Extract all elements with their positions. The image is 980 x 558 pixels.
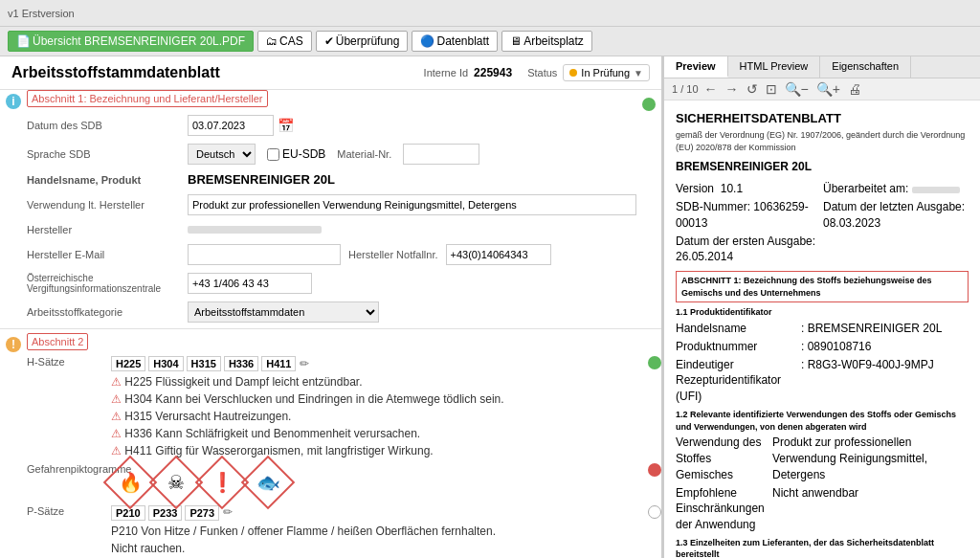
piktogramme-content: 🔥 ☠ ❗ 🐟 — [111, 463, 287, 502]
page-info: 1 / 10 — [672, 83, 699, 95]
piktogramme-row: Gefahrenpiktogramme 🔥 ☠ ❗ — [27, 463, 661, 502]
cas-icon: 🗂 — [266, 34, 278, 48]
cas-button[interactable]: 🗂 CAS — [257, 31, 312, 52]
section2-content: Abschnitt 2 H-Sätze H225 H304 H315 H336 — [27, 333, 661, 558]
h-code-4: H411 — [261, 356, 296, 371]
datum-label: Datum des SDB — [27, 118, 180, 133]
preview-verwendung-stoffs-value: Produkt zur professionellen Verwendung R… — [772, 435, 969, 482]
interne-id-field: Interne Id 225943 — [424, 66, 513, 79]
arbeitsstoff-label: Arbeitsstoffkategorie — [27, 304, 180, 320]
p-texts: P210 Von Hitze / Funken / offener Flamme… — [111, 523, 640, 558]
piktogramme-label: Gefahrenpiktogramme — [27, 463, 103, 475]
hersteller-notfall-label: Hersteller Notfallnr. — [348, 249, 438, 260]
h-text-3: ⚠ H336 Kann Schläfrigkeit und Benommenhe… — [111, 425, 640, 442]
vergiftung-value — [188, 271, 636, 296]
p-saetze-label: P-Sätze — [27, 505, 103, 517]
p-text-0: P210 Von Hitze / Funken / offener Flamme… — [111, 523, 640, 540]
section2-row: ! Abschnitt 2 H-Sätze H225 H304 — [0, 333, 661, 558]
verwendung-label: Verwendung lt. Hersteller — [27, 197, 180, 212]
preview-handelsname-label: Handelsname — [676, 321, 800, 337]
section1-title: Abschnitt 1: Bezeichnung und Lieferant/H… — [27, 90, 268, 107]
datum-value: 📅 — [188, 113, 636, 138]
preview-ufi-row: Eindeutiger Rezepturidentifikator (UFI) … — [676, 357, 969, 405]
blurred-date — [912, 187, 960, 193]
datenblatt-button[interactable]: 🔵 Datenblatt — [412, 31, 498, 52]
p-saetze-edit-button[interactable]: ✏ — [223, 505, 233, 519]
fit-button[interactable]: ⊡ — [764, 81, 779, 97]
form-header-right: Interne Id 225943 Status In Prüfung ▼ — [424, 64, 650, 81]
preview-meta: Version 10.1 Überarbeitet am: SDB-Nummer… — [676, 181, 969, 265]
section2-title: Abschnitt 2 — [27, 333, 88, 350]
preview-content: SICHERHEITSDATENBLATT gemäß der Verordnu… — [664, 100, 980, 558]
verwendung-value — [188, 192, 636, 217]
sprache-label: Sprache SDB — [27, 146, 180, 162]
version-label: v1 Erstversion — [8, 8, 75, 19]
preview-handelsname-row: Handelsname : BREMSENREINIGER 20L — [676, 321, 969, 337]
flame-icon: 🔥 — [119, 471, 143, 494]
overview-button[interactable]: 📄 Übersicht BREMSENREINIGER 20L.PDF — [8, 31, 254, 52]
section2-icon-wrapper: ! — [0, 333, 27, 356]
version-bar: v1 Erstversion — [0, 0, 980, 27]
section2-header: Abschnitt 2 — [27, 333, 661, 350]
status-text: In Prüfung — [581, 67, 630, 78]
tab-html-preview[interactable]: HTML Preview — [728, 56, 821, 78]
arbeitsstoff-select[interactable]: Arbeitsstoffstammdaten — [188, 301, 379, 323]
preview-handelsname-value: : BREMSENREINIGER 20L — [801, 321, 969, 337]
section1-status — [636, 90, 661, 115]
preview-version: Version 10.1 — [676, 181, 821, 197]
preview-produktnummer-label: Produktnummer — [676, 339, 800, 355]
preview-produktnummer-row: Produktnummer : 0890108716 — [676, 339, 969, 355]
info-icon: i — [6, 94, 21, 109]
hersteller-email-input[interactable] — [188, 244, 341, 265]
h-saetze-label: H-Sätze — [27, 356, 103, 368]
preview-verwendung-stoffs-label: Verwendung des Stoffes Gemisches — [676, 435, 771, 482]
status-dropdown-arrow: ▼ — [634, 68, 643, 78]
section1-grid: Datum des SDB 📅 Sprache SDB Deutsch — [27, 113, 636, 324]
h-texts: ⚠ H225 Flüssigkeit und Dampf leicht entz… — [111, 373, 640, 459]
prev-page-button[interactable]: ← — [702, 81, 720, 97]
hersteller-notfall-input[interactable] — [446, 244, 551, 265]
section1-row: i Abschnitt 1: Bezeichnung und Lieferant… — [0, 90, 661, 324]
print-button[interactable]: 🖨 — [846, 81, 863, 97]
p-saetze-status-circle — [648, 505, 661, 519]
status-badge[interactable]: In Prüfung ▼ — [563, 64, 650, 81]
eu-sdb-checkbox[interactable] — [267, 148, 279, 161]
h-saetze-edit-button[interactable]: ✏ — [300, 357, 309, 370]
vergiftung-input[interactable] — [188, 273, 312, 294]
tab-eigenschaften[interactable]: Eigenschaften — [820, 56, 911, 78]
piktogramme-status-circle — [648, 463, 661, 477]
pictogram-fish: 🐟 — [241, 456, 296, 510]
h-text-0: ⚠ H225 Flüssigkeit und Dampf leicht entz… — [111, 373, 640, 391]
tab-preview[interactable]: Preview — [664, 56, 728, 78]
skull-icon: ☠ — [167, 471, 185, 494]
verwendung-input[interactable] — [188, 194, 636, 215]
h-text-4: ⚠ H411 Giftig für Wasserorganismen, mit … — [111, 442, 640, 459]
zoom-out-button[interactable]: 🔍− — [783, 81, 811, 97]
calendar-icon: 📅 — [278, 118, 294, 133]
hersteller-label: Hersteller — [27, 222, 180, 237]
uberprufung-button[interactable]: ✔ Überprüfung — [316, 31, 409, 52]
preview-toolbar: 1 / 10 ← → ↺ ⊡ 🔍− 🔍+ 🖨 — [664, 78, 980, 100]
product-name: BREMSENREINIGER 20L — [188, 172, 335, 187]
next-page-button[interactable]: → — [724, 81, 741, 97]
preview-empfohlene-label: Empfohlene Einschränkungen der Anwendung — [676, 485, 771, 533]
datenblatt-icon: 🔵 — [420, 34, 434, 48]
refresh-button[interactable]: ↺ — [745, 81, 760, 97]
zoom-in-button[interactable]: 🔍+ — [814, 81, 842, 97]
preview-1-1-header: 1.1 Produktidentifikator — [676, 306, 969, 319]
preview-tabs: Preview HTML Preview Eigenschaften — [664, 56, 980, 78]
section1-content: Abschnitt 1: Bezeichnung und Lieferant/H… — [27, 90, 636, 324]
exclamation-icon: ❗ — [211, 471, 234, 494]
eu-sdb-label: EU-SDB — [282, 147, 325, 161]
warn-icon: ! — [6, 337, 21, 352]
preview-1-3-header: 1.3 Einzelheiten zum Lieferanten, der da… — [676, 537, 969, 558]
sprache-select[interactable]: Deutsch — [188, 144, 256, 165]
h-text-2: ⚠ H315 Verursacht Hautreizungen. — [111, 408, 640, 425]
preview-ufi-value: : R8G3-W0F9-400J-9MPJ — [801, 357, 969, 405]
main-layout: Arbeitsstoffstammdatenblatt Interne Id 2… — [0, 56, 980, 558]
datum-input[interactable] — [188, 115, 274, 136]
arbeitsplatz-button[interactable]: 🖥 Arbeitsplatz — [501, 31, 592, 52]
material-nr-input[interactable] — [403, 144, 479, 165]
hersteller-email-label: Hersteller E-Mail — [27, 247, 180, 262]
preview-verwendung-stoffs-row: Verwendung des Stoffes Gemisches Produkt… — [676, 435, 969, 482]
